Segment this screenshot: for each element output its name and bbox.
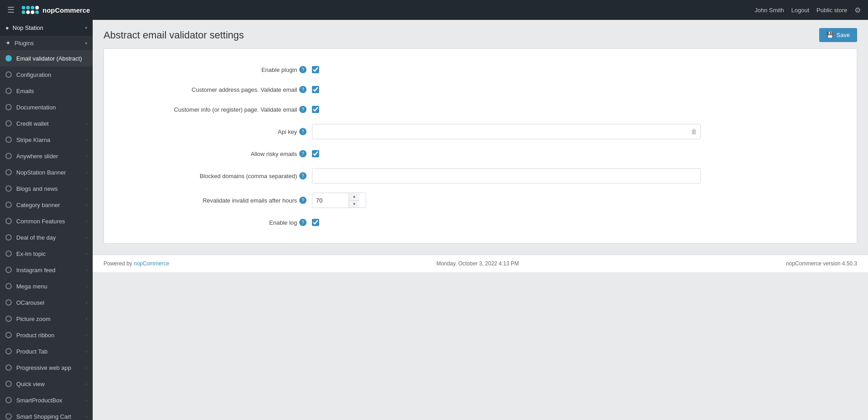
footer-version: nopCommerce version 4.50.3 xyxy=(786,260,857,267)
logo-dot xyxy=(35,6,39,9)
hamburger-icon[interactable]: ☰ xyxy=(7,5,14,15)
checkbox-customer-info[interactable] xyxy=(312,106,319,113)
sidebar-item-label: Email validator (Abstract) xyxy=(16,55,82,62)
sidebar-plugins-header[interactable]: ✦ Plugins ▾ xyxy=(0,36,93,50)
label-text: Allow risky emails xyxy=(250,151,297,157)
chevron-left-icon: ‹ xyxy=(86,365,87,370)
circle-icon xyxy=(5,396,13,404)
sidebar-item-instagram-feed[interactable]: Instagram feed‹ xyxy=(0,262,93,278)
sidebar-item-ex-im-topic[interactable]: Ex-Im topic‹ xyxy=(0,245,93,262)
nav-dot-icon xyxy=(5,153,12,159)
sidebar-item-email-validator[interactable]: Email validator (Abstract) xyxy=(0,50,93,66)
sidebar-item-ocarousel[interactable]: OCarousel‹ xyxy=(0,294,93,311)
help-icon-customer-address[interactable]: ? xyxy=(299,86,307,93)
control-customer-info xyxy=(312,106,839,113)
logout-link[interactable]: Logout xyxy=(791,7,809,14)
circle-icon xyxy=(5,168,13,176)
form-row-revalidate-hours: Revalidate invalid emails after hours ? … xyxy=(104,188,857,212)
sidebar-item-smart-product-box[interactable]: SmartProductBox‹ xyxy=(0,392,93,408)
nav-dot-icon xyxy=(5,185,12,192)
chevron-left-icon: ‹ xyxy=(86,333,87,338)
help-icon-api-key[interactable]: ? xyxy=(299,128,307,135)
label-revalidate-hours: Revalidate invalid emails after hours ? xyxy=(122,197,312,204)
chevron-left-icon: ‹ xyxy=(86,170,87,175)
label-text: Enable plugin xyxy=(261,66,297,73)
api-key-wrapper: 🗑 xyxy=(312,124,701,139)
sidebar-item-nopstation-banner[interactable]: NopStation Banner‹ xyxy=(0,164,93,180)
revalidate-hours-input[interactable] xyxy=(312,193,349,208)
top-nav: ☰ nopCommerce John Smith Logout Public s… xyxy=(0,0,868,20)
circle-icon xyxy=(5,184,13,193)
nav-dot-icon xyxy=(5,283,12,289)
settings-icon[interactable]: ⚙ xyxy=(854,6,861,14)
api-key-input[interactable] xyxy=(312,124,701,139)
clear-icon[interactable]: 🗑 xyxy=(691,128,697,135)
sidebar-item-credit-wallet[interactable]: Credit wallet‹ xyxy=(0,115,93,132)
sidebar-item-stripe-klarna[interactable]: Stripe Klarna‹ xyxy=(0,132,93,148)
sidebar-item-smart-shopping-cart[interactable]: Smart Shopping Cart‹ xyxy=(0,408,93,420)
sidebar-item-category-banner[interactable]: Category banner‹ xyxy=(0,197,93,213)
sidebar-item-label: Emails xyxy=(16,88,34,94)
sidebar-item-label: Category banner xyxy=(16,202,60,208)
sidebar-item-label: Deal of the day xyxy=(16,234,56,241)
top-nav-right: John Smith Logout Public store ⚙ xyxy=(755,6,861,14)
chevron-left-icon: ‹ xyxy=(86,121,87,126)
nav-dot-icon xyxy=(5,267,12,273)
circle-icon xyxy=(5,103,13,111)
main-layout: ● Nop Station ▾ ✦ Plugins ▾ Email valida… xyxy=(0,20,868,420)
sidebar-item-label: Anywhere slider xyxy=(16,153,58,160)
checkbox-enable-log[interactable] xyxy=(312,219,319,226)
circle-icon xyxy=(5,282,13,290)
spin-up-button[interactable]: ▲ xyxy=(349,193,359,201)
chevron-left-icon: ‹ xyxy=(86,398,87,403)
powered-by-link[interactable]: nopCommerce xyxy=(134,260,170,267)
blocked-domains-input[interactable] xyxy=(312,168,701,184)
sidebar-item-blogs-and-news[interactable]: Blogs and news‹ xyxy=(0,180,93,197)
spin-down-button[interactable]: ▼ xyxy=(349,201,359,208)
help-icon-revalidate-hours[interactable]: ? xyxy=(299,197,307,204)
label-text: Blocked domains (comma separated) xyxy=(200,173,297,179)
help-icon-enable-plugin[interactable]: ? xyxy=(299,66,307,73)
sidebar-item-label: Progressive web app xyxy=(16,364,71,371)
checkbox-allow-risky[interactable] xyxy=(312,150,319,157)
logo-dot xyxy=(22,6,25,9)
checkbox-customer-address[interactable] xyxy=(312,86,319,93)
content-area: Abstract email validator settings 💾 Save… xyxy=(93,20,868,420)
checkbox-enable-plugin[interactable] xyxy=(312,66,319,73)
sidebar-item-label: Product Tab xyxy=(16,348,47,355)
sidebar-item-deal-of-the-day[interactable]: Deal of the day‹ xyxy=(0,229,93,245)
sidebar-item-common-features[interactable]: Common Features‹ xyxy=(0,213,93,229)
chevron-left-icon: ‹ xyxy=(86,235,87,240)
label-text: Customer info (or register) page. Valida… xyxy=(174,106,297,113)
chevron-left-icon: ‹ xyxy=(86,349,87,354)
public-store-link[interactable]: Public store xyxy=(816,7,847,14)
circle-icon xyxy=(5,412,13,420)
logo[interactable]: nopCommerce xyxy=(22,6,755,14)
label-allow-risky: Allow risky emails ? xyxy=(122,150,312,157)
nav-dot-icon xyxy=(5,218,12,224)
sidebar-item-progressive-web-app[interactable]: Progressive web app‹ xyxy=(0,359,93,376)
sidebar-item-label: Stripe Klarna xyxy=(16,137,50,143)
sidebar-item-nop-station[interactable]: ● Nop Station ▾ xyxy=(0,20,93,36)
sidebar-item-anywhere-slider[interactable]: Anywhere slider‹ xyxy=(0,148,93,164)
sidebar-item-documentation[interactable]: Documentation xyxy=(0,99,93,115)
help-icon-customer-info[interactable]: ? xyxy=(299,106,307,113)
sidebar-item-label: Documentation xyxy=(16,104,56,111)
sidebar-item-configuration[interactable]: Configuration xyxy=(0,66,93,83)
sidebar-item-mega-menu[interactable]: Mega menu‹ xyxy=(0,278,93,294)
sidebar-item-product-tab[interactable]: Product Tab‹ xyxy=(0,343,93,359)
label-api-key: Api key ? xyxy=(122,128,312,135)
chevron-down-icon: ▾ xyxy=(85,41,87,46)
username: John Smith xyxy=(755,7,784,14)
save-button[interactable]: 💾 Save xyxy=(819,28,857,42)
nav-dot-icon xyxy=(5,137,12,143)
circle-icon xyxy=(5,136,13,144)
sidebar-item-product-ribbon[interactable]: Product ribbon‹ xyxy=(0,327,93,343)
help-icon-enable-log[interactable]: ? xyxy=(299,219,307,226)
sidebar-item-quick-view[interactable]: Quick view‹ xyxy=(0,376,93,392)
help-icon-allow-risky[interactable]: ? xyxy=(299,150,307,157)
sidebar-item-emails[interactable]: Emails xyxy=(0,83,93,99)
sidebar-item-picture-zoom[interactable]: Picture zoom‹ xyxy=(0,311,93,327)
save-label: Save xyxy=(836,32,850,38)
help-icon-blocked-domains[interactable]: ? xyxy=(299,172,307,179)
